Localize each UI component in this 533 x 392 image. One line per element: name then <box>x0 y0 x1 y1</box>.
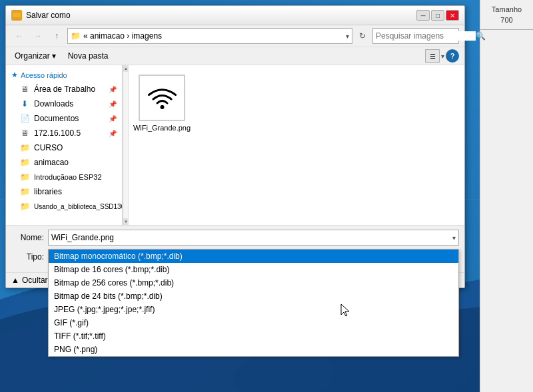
sidebar-wrapper: ★ Acesso rápido 🖥 Área de Trabalho 📌 ⬇ D… <box>6 65 129 225</box>
sidebar-item-label-documents: Documentos <box>34 114 79 123</box>
view-mode-button[interactable]: ☰ <box>425 49 440 63</box>
right-panel-value: 700 <box>500 16 512 24</box>
dropdown-item-gif[interactable]: GIF (*.gif) <box>49 316 458 329</box>
minimize-button[interactable]: ─ <box>416 10 430 21</box>
sidebar-item-libraries[interactable]: 📁 libraries <box>6 184 122 199</box>
dropdown-item-bmp-256[interactable]: Bitmap de 256 cores (*.bmp;*.dib) <box>49 276 458 290</box>
file-item-wifi-grande[interactable]: WiFi_Grande.png <box>135 72 189 134</box>
sidebar-item-usando[interactable]: 📁 Usando_a_biblioteca_SSD1306 <box>6 199 122 214</box>
search-icon: 🔍 <box>476 31 486 41</box>
folder-animacao-icon: 📁 <box>19 157 30 168</box>
file-area: WiFi_Grande.png <box>129 65 464 225</box>
title-bar-controls: ─ □ ✕ <box>416 10 459 21</box>
type-row: Tipo: PNG (*.png) ▾ Bitmap monocromático… <box>11 249 459 265</box>
sidebar-item-label-animacao: animacao <box>34 158 69 167</box>
close-button[interactable]: ✕ <box>446 10 459 21</box>
name-input-value: WiFi_Grande.png <box>51 233 114 242</box>
right-panel-tamanho-label: Tamanho <box>492 5 522 13</box>
organize-chevron-icon: ▾ <box>52 51 56 61</box>
network-icon: 🖥 <box>19 128 30 138</box>
organize-toolbar: Organizar ▾ Nova pasta ☰ ▾ ? <box>6 47 464 65</box>
scroll-down-arrow[interactable]: ▼ <box>123 218 129 225</box>
sidebar-item-desktop[interactable]: 🖥 Área de Trabalho 📌 <box>6 82 122 97</box>
pin-icon-network: 📌 <box>109 130 117 137</box>
dropdown-item-jpeg[interactable]: JPEG (*.jpg;*.jpeg;*.jpe;*.jfif) <box>49 303 458 316</box>
sidebar-item-label-introducao: Introduçãoao ESP32 <box>34 173 102 181</box>
hide-folders-chevron-icon: ▲ <box>11 276 19 285</box>
sidebar-item-label-curso: CURSO <box>34 143 63 152</box>
up-button[interactable]: ↑ <box>49 29 65 43</box>
pin-icon-downloads: 📌 <box>109 100 117 108</box>
sidebar-item-animacao[interactable]: 📁 animacao <box>6 155 122 170</box>
download-icon: ⬇ <box>19 98 30 109</box>
address-bar[interactable]: 📁 « animacao › imagens ▾ <box>67 28 352 44</box>
desktop-icon: 🖥 <box>19 84 30 95</box>
title-bar: Salvar como ─ □ ✕ <box>6 6 464 25</box>
pin-icon-desktop: 📌 <box>109 86 117 93</box>
sidebar-item-documents[interactable]: 📄 Documentos 📌 <box>6 111 122 126</box>
save-dialog: Salvar como ─ □ ✕ ← → ↑ 📁 « animacao › i… <box>5 5 465 288</box>
refresh-button[interactable]: ↻ <box>355 29 370 43</box>
svg-rect-5 <box>13 13 21 17</box>
name-input[interactable]: WiFi_Grande.png ▾ <box>48 230 459 246</box>
folder-curso-icon: 📁 <box>19 142 30 153</box>
sidebar-item-network[interactable]: 🖥 172.16.100.5 📌 <box>6 126 122 140</box>
new-folder-button[interactable]: Nova pasta <box>65 49 112 63</box>
search-input[interactable] <box>376 31 476 41</box>
sidebar-item-label-usando: Usando_a_biblioteca_SSD1306 <box>34 203 123 210</box>
view-chevron-icon: ▾ <box>441 53 444 60</box>
name-label: Nome: <box>11 233 48 242</box>
sidebar-item-label-network: 172.16.100.5 <box>34 128 81 138</box>
maximize-button[interactable]: □ <box>431 10 444 21</box>
dropdown-item-bmp-24[interactable]: Bitmap de 24 bits (*.bmp;*.dib) <box>49 290 458 303</box>
content-area: ★ Acesso rápido 🖥 Área de Trabalho 📌 ⬇ D… <box>6 65 464 225</box>
bottom-form: Nome: WiFi_Grande.png ▾ Tipo: PNG (*.png… <box>6 225 464 272</box>
svg-point-6 <box>160 105 164 109</box>
quick-access-header[interactable]: ★ Acesso rápido <box>6 68 122 82</box>
sidebar-item-label-libraries: libraries <box>34 187 62 196</box>
organize-button[interactable]: Organizar ▾ <box>11 49 59 63</box>
sidebar-item-label-desktop: Área de Trabalho <box>34 85 95 94</box>
scroll-up-arrow[interactable]: ▲ <box>123 65 129 72</box>
sidebar-item-label-downloads: Downloads <box>34 99 73 108</box>
title-bar-left: Salvar como <box>11 10 71 21</box>
dropdown-item-tiff[interactable]: TIFF (*.tif;*.tiff) <box>49 329 458 343</box>
dropdown-item-bmp-16[interactable]: Bitmap de 16 cores (*.bmp;*.dib) <box>49 263 458 276</box>
document-icon: 📄 <box>19 113 30 124</box>
folder-libraries-icon: 📁 <box>19 186 30 197</box>
pin-icon-documents: 📌 <box>109 115 117 122</box>
file-thumbnail-wifi <box>139 75 185 121</box>
organize-label: Organizar <box>15 51 50 61</box>
dialog-title: Salvar como <box>26 11 71 20</box>
view-buttons: ☰ ▾ ? <box>425 49 459 63</box>
folder-usando-icon: 📁 <box>19 201 30 212</box>
sidebar-item-downloads[interactable]: ⬇ Downloads 📌 <box>6 97 122 111</box>
quick-access-chevron-icon: ★ <box>11 71 18 79</box>
address-chevron-icon: ▾ <box>346 33 349 40</box>
sidebar: ★ Acesso rápido 🖥 Área de Trabalho 📌 ⬇ D… <box>6 65 123 225</box>
folder-introducao-icon: 📁 <box>19 172 30 182</box>
name-row: Nome: WiFi_Grande.png ▾ <box>11 230 459 246</box>
dropdown-item-png[interactable]: PNG (*.png) <box>49 343 458 356</box>
sidebar-scrollbar[interactable]: ▲ ▼ <box>123 65 128 225</box>
sidebar-item-curso[interactable]: 📁 CURSO <box>6 140 122 155</box>
scroll-thumb-area <box>123 72 128 218</box>
sidebar-item-introducao[interactable]: 📁 Introduçãoao ESP32 <box>6 170 122 184</box>
type-label: Tipo: <box>11 252 48 262</box>
address-folder-icon: 📁 <box>71 31 81 41</box>
name-input-chevron-icon: ▾ <box>452 234 456 242</box>
file-item-label-wifi: WiFi_Grande.png <box>133 124 191 132</box>
help-button[interactable]: ? <box>446 49 459 63</box>
quick-access-label: Acesso rápido <box>21 71 67 79</box>
address-text: « animacao › imagens <box>83 31 343 41</box>
forward-button[interactable]: → <box>30 29 46 43</box>
new-folder-label: Nova pasta <box>68 51 109 61</box>
type-dropdown-list: Bitmap monocromático (*.bmp;*.dib) Bitma… <box>48 249 459 357</box>
right-panel: Tamanho 700 <box>480 0 533 392</box>
search-bar[interactable]: 🔍 <box>372 28 459 44</box>
dropdown-item-bmp-mono[interactable]: Bitmap monocromático (*.bmp;*.dib) <box>49 250 458 263</box>
back-button[interactable]: ← <box>11 29 27 43</box>
dialog-icon <box>11 10 22 21</box>
address-toolbar: ← → ↑ 📁 « animacao › imagens ▾ ↻ 🔍 <box>6 25 464 47</box>
